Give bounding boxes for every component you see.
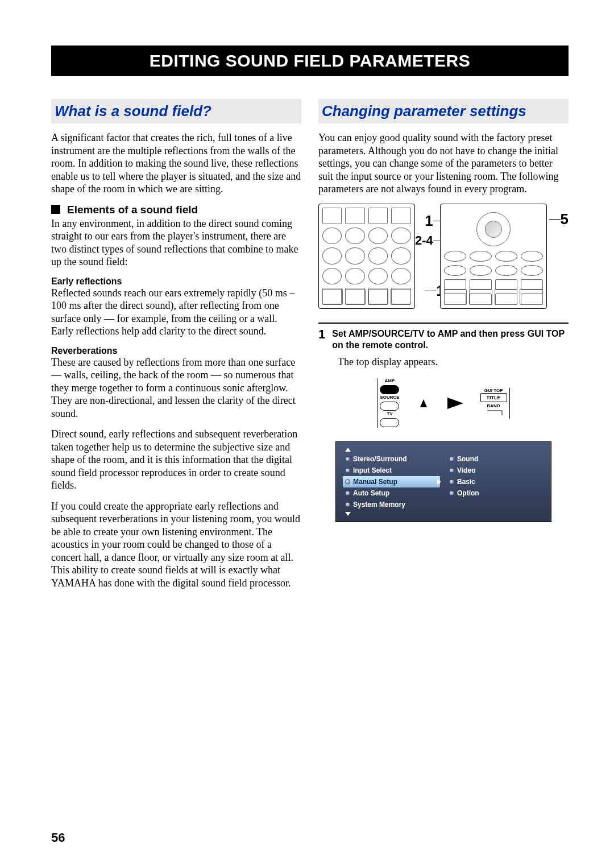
right-section-heading: Changing parameter settings bbox=[318, 99, 569, 123]
gui-item-auto-setup: Auto Setup bbox=[343, 487, 440, 499]
amp-button-icon bbox=[380, 385, 399, 394]
pointer-icon bbox=[483, 410, 504, 416]
label-gui-top: GUI TOP bbox=[480, 388, 507, 393]
source-button-icon bbox=[380, 402, 399, 411]
remote-right-illustration bbox=[440, 204, 547, 309]
right-intro: You can enjoy good quality sound with th… bbox=[318, 131, 569, 196]
gui-item-stereo-surround: Stereo/Surround bbox=[343, 453, 440, 465]
gui-item-manual-setup-label: Manual Setup bbox=[353, 478, 397, 486]
right-arrow-icon bbox=[447, 398, 463, 409]
early-reflections-body: Reflected sounds reach our ears extremel… bbox=[51, 287, 301, 338]
scroll-up-icon bbox=[345, 448, 351, 452]
step-number: 1 bbox=[318, 328, 325, 352]
caret-right-icon bbox=[437, 479, 441, 485]
two-column-layout: What is a sound field? A significant fac… bbox=[51, 99, 569, 597]
callout-5: 5 bbox=[561, 210, 569, 228]
callout-1: 1 bbox=[425, 212, 433, 230]
left-column: What is a sound field? A significant fac… bbox=[51, 99, 301, 597]
callout-tick-icon bbox=[549, 219, 561, 220]
tv-button-icon bbox=[380, 418, 399, 427]
callout-tick-icon bbox=[425, 291, 436, 291]
gui-top-display: Stereo/Surround Input Select Manual Setu… bbox=[335, 441, 551, 522]
gui-item-input-select: Input Select bbox=[343, 465, 440, 476]
step-1: 1 Set AMP/SOURCE/TV to AMP and then pres… bbox=[318, 328, 569, 352]
callouts-right: 5 bbox=[549, 210, 569, 228]
mini-left-stack: AMP SOURCE TV bbox=[377, 378, 399, 428]
left-intro: A significant factor that creates the ri… bbox=[51, 131, 301, 196]
gui-left-col: Stereo/Surround Input Select Manual Setu… bbox=[339, 453, 443, 510]
label-source: SOURCE bbox=[380, 395, 399, 400]
elements-body: In any environment, in addition to the d… bbox=[51, 217, 301, 268]
early-reflections-head: Early reflections bbox=[51, 276, 301, 287]
label-tv: TV bbox=[380, 411, 399, 416]
dpad-icon bbox=[476, 212, 511, 246]
elements-subhead-text: Elements of a sound field bbox=[67, 204, 198, 216]
page-title-bar: EDITING SOUND FIELD PARAMETERS bbox=[51, 46, 569, 76]
remote-diagram: 1 2-4 1 bbox=[318, 204, 569, 309]
para-direct-sound: Direct sound, early reflections and subs… bbox=[51, 428, 301, 492]
page-number: 56 bbox=[51, 830, 65, 845]
up-arrow-icon bbox=[420, 399, 427, 407]
title-button-icon: TITLE bbox=[480, 393, 507, 402]
remote-mini-diagram: AMP SOURCE TV GUI TOP TITLE BAND bbox=[318, 378, 569, 428]
right-column: Changing parameter settings You can enjo… bbox=[318, 99, 569, 597]
mini-right-stack: GUI TOP TITLE BAND bbox=[480, 388, 510, 419]
gui-right-col: Sound Video Basic Option bbox=[443, 453, 547, 510]
para-create-room: If you could create the appropriate earl… bbox=[51, 500, 301, 590]
callout-2-4: 2-4 bbox=[415, 233, 433, 248]
left-section-heading: What is a sound field? bbox=[51, 99, 301, 123]
gui-item-video: Video bbox=[447, 465, 544, 476]
elements-subhead: Elements of a sound field bbox=[51, 204, 301, 216]
step-body: The top display appears. bbox=[338, 356, 569, 368]
gui-item-system-memory: System Memory bbox=[343, 499, 440, 510]
reverberations-head: Reverberations bbox=[51, 346, 301, 356]
gui-item-option: Option bbox=[447, 487, 544, 499]
step-rule bbox=[318, 323, 569, 324]
label-amp: AMP bbox=[380, 378, 399, 383]
label-band: BAND bbox=[480, 403, 507, 408]
gui-item-basic: Basic bbox=[447, 476, 544, 487]
gui-item-sound: Sound bbox=[447, 453, 544, 465]
gui-item-manual-setup: Manual Setup bbox=[343, 476, 440, 487]
remote-left-illustration bbox=[318, 204, 415, 309]
square-bullet-icon bbox=[51, 205, 60, 214]
step-instruction: Set AMP/SOURCE/TV to AMP and then press … bbox=[332, 328, 569, 352]
reverberations-body: These are caused by reflections from mor… bbox=[51, 356, 301, 420]
scroll-down-icon bbox=[345, 512, 351, 516]
